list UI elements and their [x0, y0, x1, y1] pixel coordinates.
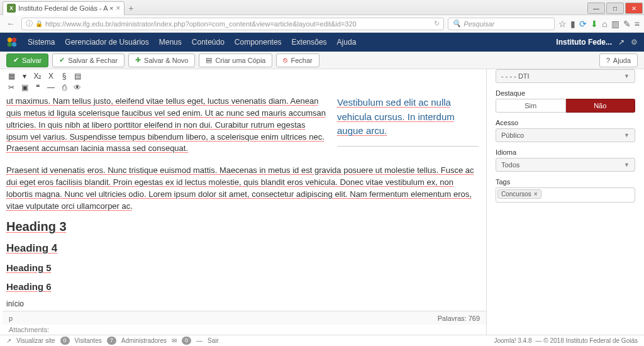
reload-icon[interactable]: ↻ [434, 20, 440, 28]
element-path[interactable]: p [9, 315, 13, 322]
copy-icon: ▤ [206, 56, 212, 64]
tags-input[interactable]: Concursos× [496, 187, 635, 203]
window-controls: — □ ✕ [587, 1, 644, 14]
copy-icon[interactable]: ▣ [18, 83, 31, 92]
editor-toolbar-row1: ▦ ▾ X₂ X § ▤ [3, 70, 486, 82]
messages-icon[interactable]: ✉ [172, 337, 177, 344]
remove-tag-icon[interactable]: × [534, 191, 538, 198]
print-icon[interactable]: ⎙ [58, 83, 70, 92]
quote-icon[interactable]: ❝ [31, 83, 44, 92]
close-icon[interactable]: × [116, 4, 120, 13]
access-select[interactable]: Público▼ [496, 128, 635, 142]
link-box[interactable]: Vestibulum sed elit ac nulla vehicula cu… [337, 96, 479, 138]
joomla-version: Joomla! 3.4.8 [494, 337, 531, 344]
logout[interactable]: Sair [208, 337, 219, 344]
menu-conteudo[interactable]: Conteúdo [192, 38, 225, 47]
close-button[interactable]: ⦸Fechar [276, 53, 319, 67]
menu-menus[interactable]: Menus [159, 38, 182, 47]
tags-label: Tags [496, 178, 635, 186]
heading-3: Heading 3 [6, 218, 479, 236]
messages-badge: 0 [182, 337, 191, 345]
format-icon[interactable]: ▾ [18, 72, 31, 81]
sync-icon[interactable]: ⟳ [579, 19, 587, 29]
word-count: Palavras: 769 [438, 315, 480, 322]
preview-site-icon[interactable]: ↗ [6, 337, 11, 344]
paragraph: Praesent id venenatis eros. Nunc tristiq… [6, 165, 479, 212]
visitors-badge: 0 [60, 337, 70, 345]
menu-icon[interactable]: ≡ [635, 19, 640, 29]
admins-badge: 7 [107, 337, 116, 345]
featured-no[interactable]: Não [566, 99, 636, 113]
hr-icon[interactable]: — [45, 83, 57, 92]
featured-toggle: Sim Não [496, 99, 635, 113]
language-select[interactable]: Todos▼ [496, 158, 635, 172]
back-button[interactable]: ← [4, 17, 18, 31]
preview-site[interactable]: Visualizar site [16, 337, 55, 344]
menu-componentes[interactable]: Componentes [235, 38, 282, 47]
visitors-label[interactable]: Visitantes [75, 337, 102, 344]
attachments-label: Attachments: [3, 325, 486, 335]
sub-icon[interactable]: X₂ [31, 72, 44, 81]
url-field[interactable]: ⓘ 🔒 https://www.ifg.edu.br/administrator… [21, 18, 444, 30]
anchor-icon[interactable]: § [58, 72, 70, 81]
heading-5: Heading 5 [6, 261, 479, 275]
edit-icon[interactable]: ✎ [623, 19, 631, 29]
admins-label[interactable]: Administradores [121, 337, 167, 344]
tag-chip[interactable]: Concursos× [497, 189, 541, 199]
bookmark-icon[interactable]: ☆ [558, 19, 567, 29]
chevron-down-icon: ▼ [624, 132, 630, 138]
maximize-button[interactable]: □ [606, 3, 624, 14]
library-icon[interactable]: ▥ [611, 19, 619, 29]
svg-point-2 [8, 42, 12, 47]
check-icon: ✔ [13, 56, 19, 64]
table-icon[interactable]: ▦ [5, 72, 18, 81]
copy-button[interactable]: ▤Criar uma Cópia [199, 53, 272, 67]
editor-status-bar: p Palavras: 769 [3, 311, 486, 325]
save-button[interactable]: ✔Salvar [6, 53, 48, 67]
heading-4: Heading 4 [6, 241, 479, 257]
svg-point-0 [8, 38, 12, 42]
chevron-down-icon: ▼ [624, 73, 630, 79]
download-icon[interactable]: ⬇ [591, 19, 598, 29]
svg-point-1 [12, 38, 16, 42]
search-field[interactable]: 🔍 Pesquisar [448, 18, 555, 30]
separator: — [196, 337, 203, 344]
menu-usuarios[interactable]: Gerenciador de Usuários [65, 38, 148, 47]
site-name[interactable]: Instituto Fede... [556, 38, 612, 47]
menu-ajuda[interactable]: Ajuda [337, 38, 357, 47]
joomla-favicon: X [7, 4, 16, 13]
menu-extensoes[interactable]: Extensões [292, 38, 327, 47]
cancel-icon: ⦸ [283, 56, 287, 64]
help-button[interactable]: ?Ajuda [599, 53, 638, 67]
main-content: ▦ ▾ X₂ X § ▤ ✂ ▣ ❝ — ⎙ 👁 ut maximus. Nam… [0, 69, 644, 335]
gear-icon[interactable]: ⚙ [631, 38, 638, 47]
editor-body[interactable]: ut maximus. Nam tellus justo, eleifend v… [3, 93, 486, 311]
admin-menu-bar: Sistema Gerenciador de Usuários Menus Co… [0, 33, 644, 52]
preview-icon[interactable]: 👁 [71, 83, 84, 92]
menu-sistema[interactable]: Sistema [28, 38, 55, 47]
new-tab-button[interactable]: + [128, 3, 133, 13]
minimize-button[interactable]: — [587, 3, 605, 14]
action-toolbar: ✔Salvar ✔Salvar & Fechar ✚Salvar & Novo … [0, 52, 644, 69]
code-icon[interactable]: ▤ [71, 72, 84, 81]
editor-column: ▦ ▾ X₂ X § ▤ ✂ ▣ ❝ — ⎙ 👁 ut maximus. Nam… [0, 69, 487, 335]
cut-icon[interactable]: ✂ [5, 83, 18, 92]
browser-tab[interactable]: X Instituto Federal de Goiás - A × × [3, 1, 125, 15]
sup-icon[interactable]: X [45, 72, 57, 81]
save-close-button[interactable]: ✔Salvar & Fechar [52, 53, 125, 67]
featured-yes[interactable]: Sim [496, 99, 566, 113]
external-icon[interactable]: ↗ [618, 38, 625, 47]
text-line: início [6, 299, 479, 310]
category-select[interactable]: - - - - DTI▼ [496, 69, 635, 83]
copyright: — © 2018 Instituto Federal de Goiás [536, 337, 638, 344]
chevron-down-icon: ▼ [624, 162, 630, 168]
home-icon[interactable]: ⌂ [602, 19, 607, 29]
help-icon: ? [606, 57, 610, 64]
save-new-button[interactable]: ✚Salvar & Novo [128, 53, 195, 67]
close-button[interactable]: ✕ [625, 3, 643, 14]
status-bar: ↗ Visualizar site 0 Visitantes 7 Adminis… [0, 335, 644, 346]
url-bar: ← ⓘ 🔒 https://www.ifg.edu.br/administrat… [0, 15, 644, 33]
joomla-logo [6, 36, 18, 48]
pocket-icon[interactable]: ▮ [570, 19, 575, 29]
sidebar: - - - - DTI▼ Destaque Sim Não Acesso Púb… [487, 69, 644, 335]
